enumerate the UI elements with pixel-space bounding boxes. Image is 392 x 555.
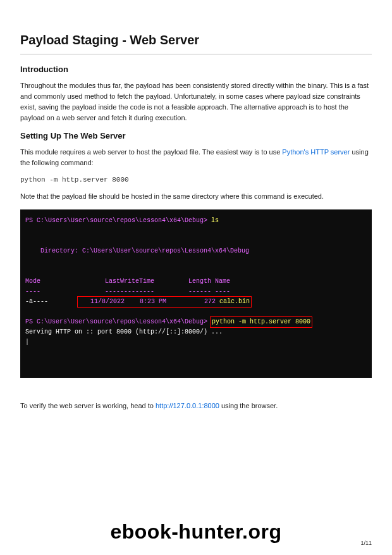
intro-body: Throughout the modules thus far, the pay… <box>20 80 372 123</box>
header-name: Name <box>215 278 230 285</box>
section2-note: Note that the payload file should be hos… <box>20 191 372 202</box>
terminal-screenshot: PS C:\Users\User\source\repos\Lesson4\x6… <box>20 209 372 378</box>
serve-command: python -m http.server 8000 <box>212 318 310 325</box>
ps-prompt-1: PS C:\Users\User\source\repos\Lesson4\x6… <box>25 217 211 224</box>
highlighted-command: python -m http.server 8000 <box>210 316 312 328</box>
dash-name: ---- <box>215 288 230 295</box>
row-date: 11/8/2022 8:23 PM 272 <box>79 298 219 305</box>
cursor: | <box>25 339 29 346</box>
dash-lastwrite: ------------- <box>105 288 154 295</box>
title-divider <box>20 54 372 54</box>
verify-paragraph: To verify the web server is working, hea… <box>20 401 372 411</box>
section2-lead-before: This module requires a web server to hos… <box>20 148 282 156</box>
ls-command: ls <box>211 217 219 224</box>
header-mode: Mode <box>25 278 40 285</box>
section2-heading: Setting Up The Web Server <box>20 131 372 140</box>
ps-prompt-2: PS C:\Users\User\source\repos\Lesson4\x6… <box>25 318 211 325</box>
row-name: calc.bin <box>219 298 250 305</box>
header-lastwrite: LastWriteTime <box>105 278 154 285</box>
page-number: 1/11 <box>360 540 372 546</box>
dash-length: ------ <box>188 288 211 295</box>
section2-lead: This module requires a web server to hos… <box>20 147 372 168</box>
directory-line: Directory: C:\Users\User\source\repos\Le… <box>25 247 249 254</box>
dash-mode: ---- <box>25 288 40 295</box>
python-http-server-link[interactable]: Python's HTTP server <box>282 148 350 156</box>
verify-after: using the browser. <box>219 402 278 409</box>
page-title: Payload Staging - Web Server <box>20 33 372 47</box>
python-server-command: python -m http.server 8000 <box>20 176 372 184</box>
serving-line: Serving HTTP on :: port 8000 (http://[::… <box>25 328 223 335</box>
intro-heading: Introduction <box>20 65 372 74</box>
watermark-text: ebook-hunter.org <box>0 520 392 544</box>
verify-before: To verify the web server is working, hea… <box>20 402 156 409</box>
localhost-link[interactable]: http://127.0.0.1:8000 <box>156 402 219 409</box>
highlighted-file-row: 11/8/2022 8:23 PM 272 calc.bin <box>77 296 252 308</box>
row-mode: -a---- <box>25 298 48 305</box>
header-length: Length <box>188 278 211 285</box>
